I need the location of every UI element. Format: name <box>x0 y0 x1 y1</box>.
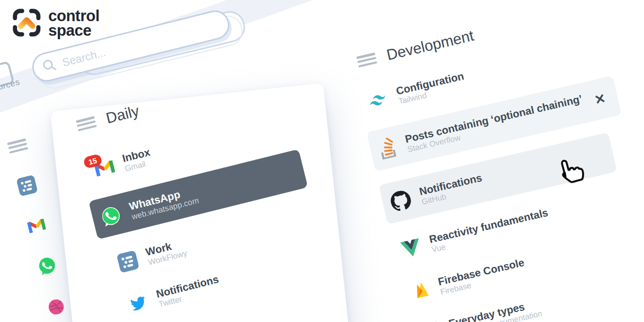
whatsapp-icon[interactable] <box>36 255 59 279</box>
firebase-icon <box>410 279 432 302</box>
control-space-logo: controlspace <box>11 7 100 40</box>
twitter-icon <box>127 293 150 313</box>
github-icon <box>389 189 413 213</box>
gmail-icon: 15 <box>94 158 116 178</box>
workflowy-icon[interactable] <box>16 175 39 199</box>
development-list: Configuration Tailwind <box>364 23 644 322</box>
development-space-panel: Development Configuration Tailwind <box>355 0 644 322</box>
dribbble-icon[interactable] <box>46 297 66 319</box>
close-icon[interactable]: ✕ <box>593 92 607 107</box>
search-icon <box>40 56 58 76</box>
drag-handle-icon[interactable] <box>7 138 28 154</box>
whatsapp-icon <box>99 204 123 228</box>
logo-wordmark: controlspace <box>48 9 100 38</box>
vue-icon <box>400 238 423 259</box>
development-drag-handle-icon[interactable] <box>356 52 377 67</box>
hero-stage: urces controlspace <box>0 0 644 322</box>
daily-space-card: Daily 15 Inbox Gmail <box>50 83 353 322</box>
development-title: Development <box>385 27 475 64</box>
daily-drag-handle-icon[interactable] <box>75 116 97 132</box>
daily-list: 15 Inbox Gmail <box>85 101 355 322</box>
workflowy-icon <box>116 250 139 273</box>
stackoverflow-icon <box>376 136 398 160</box>
control-space-logo-icon <box>11 7 42 40</box>
daily-title: Daily <box>104 102 141 127</box>
gmail-icon[interactable] <box>27 217 47 236</box>
tailwind-icon <box>366 88 390 112</box>
